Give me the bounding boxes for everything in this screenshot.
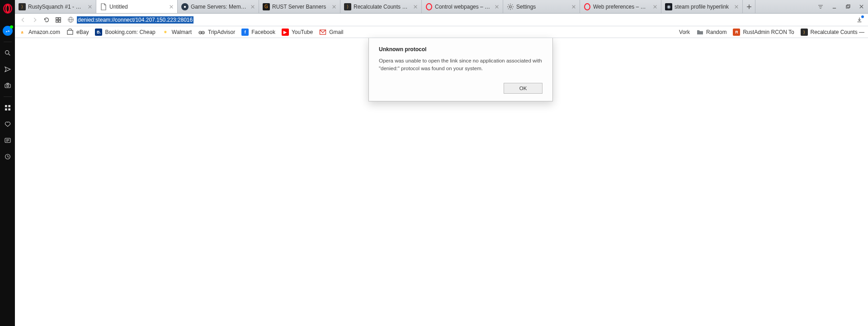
tab-rust-banners[interactable]: G RUST Server Banners	[259, 0, 340, 13]
bookmark-gmail[interactable]: Gmail	[319, 29, 343, 36]
svg-rect-4	[5, 84, 10, 88]
youtube-icon: ▶	[282, 29, 289, 36]
tab-close-icon[interactable]	[168, 4, 175, 10]
tab-steam-profile[interactable]: ◉ steam profile hyperlink	[661, 0, 743, 13]
amazon-icon: a	[19, 29, 26, 36]
tab-title: Control webpages – Ope	[435, 4, 491, 10]
window-minimize-button[interactable]	[827, 0, 841, 14]
svg-point-2	[5, 51, 9, 54]
svg-point-1	[6, 5, 9, 13]
downloads-button[interactable]	[854, 14, 865, 25]
forward-button[interactable]	[29, 14, 40, 25]
bookmark-recalc[interactable]: ⟩Recalculate Counts —	[801, 29, 864, 36]
back-button[interactable]	[18, 14, 28, 25]
bookmark-label: Walmart	[172, 29, 192, 35]
opera-favicon-icon	[584, 3, 591, 10]
tab-rustysquanch[interactable]: ⟩ RustySquanch #1 - Serv	[15, 0, 96, 13]
svg-rect-10	[8, 108, 10, 110]
new-tab-button[interactable]	[743, 0, 755, 13]
tab-close-icon[interactable]	[733, 4, 740, 10]
protocol-error-dialog: Unknown protocol Opera was unable to ope…	[368, 38, 553, 101]
tab-control-webpages[interactable]: Control webpages – Ope	[422, 0, 503, 13]
bookmark-work-partial[interactable]: Vork	[679, 29, 690, 35]
bookmark-walmart[interactable]: ✶Walmart	[162, 29, 192, 36]
svg-point-18	[585, 4, 590, 10]
tab-close-icon[interactable]	[250, 4, 256, 10]
tab-title: Game Servers: Members	[191, 4, 247, 10]
bookmark-label: Random	[706, 29, 726, 35]
opera-logo[interactable]	[3, 4, 13, 14]
messenger-icon[interactable]	[0, 23, 15, 39]
bookmark-label: RustAdmin RCON To	[743, 29, 794, 35]
snapshot-icon[interactable]	[0, 77, 15, 94]
tab-game-servers[interactable]: ● Game Servers: Members	[178, 0, 259, 13]
news-icon[interactable]	[0, 132, 15, 149]
window-maximize-button[interactable]	[841, 0, 854, 14]
bookmark-label: Facebook	[251, 29, 275, 35]
tab-close-icon[interactable]	[571, 4, 577, 10]
speed-dial-icon[interactable]	[0, 100, 15, 116]
folder-icon	[696, 29, 703, 36]
bookmark-tripadvisor[interactable]: TripAdvisor	[198, 29, 235, 36]
dialog-title: Unknown protocol	[379, 46, 542, 53]
tab-title: Web preferences – Oper	[593, 4, 650, 10]
walmart-icon: ✶	[162, 29, 169, 36]
bookmark-label: YouTube	[292, 29, 313, 35]
svg-point-5	[6, 85, 8, 87]
easy-setup-icon[interactable]	[814, 0, 827, 13]
favicon-icon: ⟩	[19, 3, 26, 10]
notification-dot-icon	[10, 25, 13, 29]
tab-close-icon[interactable]	[652, 4, 658, 10]
bookmark-label: Amazon.com	[28, 29, 60, 35]
gmail-icon	[319, 29, 326, 36]
favicon-icon: ●	[181, 3, 189, 10]
tab-web-preferences[interactable]: Web preferences – Oper	[580, 0, 661, 13]
svg-line-3	[9, 54, 10, 55]
bookmark-label: Gmail	[329, 29, 343, 35]
facebook-icon: f	[241, 29, 249, 36]
tab-settings[interactable]: Settings	[503, 0, 580, 13]
bookmark-rustadmin[interactable]: RRustAdmin RCON To	[733, 29, 794, 36]
tab-untitled[interactable]: Untitled	[96, 0, 178, 13]
tab-close-icon[interactable]	[87, 4, 93, 10]
svg-rect-9	[5, 108, 7, 110]
bookmark-youtube[interactable]: ▶YouTube	[282, 29, 313, 36]
favicon-icon: ⟩	[344, 3, 351, 10]
svg-rect-25	[56, 17, 58, 19]
booking-icon: B.	[95, 29, 102, 36]
file-icon	[100, 3, 107, 10]
tab-close-icon[interactable]	[331, 4, 337, 10]
reload-button[interactable]	[41, 14, 52, 25]
svg-point-16	[426, 4, 432, 10]
speed-dial-button[interactable]	[53, 14, 64, 25]
tab-close-icon[interactable]	[494, 4, 500, 10]
tab-title: RUST Server Banners	[272, 4, 329, 10]
address-bar: denied:steam://connect/104.207.150.223:2…	[15, 14, 868, 26]
tab-recalc-counts[interactable]: ⟩ Recalculate Counts — R	[340, 0, 422, 13]
tab-close-icon[interactable]	[412, 4, 419, 10]
search-icon[interactable]	[0, 45, 15, 61]
svg-rect-24	[847, 5, 849, 7]
personal-news-icon[interactable]	[0, 61, 15, 77]
bookmarks-icon[interactable]	[0, 116, 15, 132]
svg-point-35	[200, 32, 201, 33]
tab-title: steam profile hyperlink	[675, 4, 731, 10]
svg-rect-6	[7, 83, 9, 84]
bookmark-folder-random[interactable]: Random	[696, 29, 726, 36]
bookmark-booking[interactable]: B.Booking.com: Cheap	[95, 29, 155, 36]
svg-rect-7	[5, 105, 7, 107]
sidebar-divider	[4, 96, 12, 97]
history-icon[interactable]	[0, 149, 15, 165]
rustadmin-icon: R	[733, 29, 740, 36]
url-input[interactable]: denied:steam://connect/104.207.150.223:2…	[65, 15, 853, 25]
bookmarks-bar: aAmazon.com eBay B.Booking.com: Cheap ✶W…	[15, 26, 868, 38]
svg-rect-28	[59, 20, 61, 22]
bookmark-amazon[interactable]: aAmazon.com	[19, 29, 60, 36]
bookmark-facebook[interactable]: fFacebook	[241, 29, 275, 36]
bookmark-label: Vork	[679, 29, 690, 35]
window-close-button[interactable]	[854, 0, 868, 14]
dialog-ok-button[interactable]: OK	[504, 83, 542, 94]
url-text: denied:steam://connect/104.207.150.223:2…	[77, 16, 193, 24]
sidebar-divider	[4, 42, 12, 42]
bookmark-ebay[interactable]: eBay	[66, 29, 89, 36]
